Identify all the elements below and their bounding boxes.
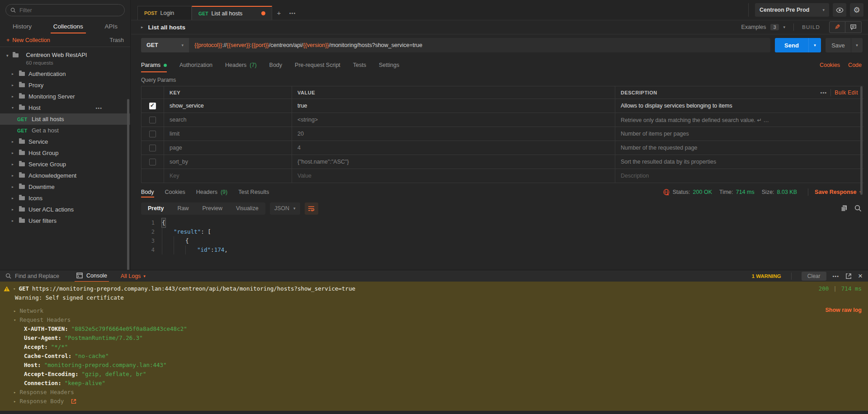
sidebar-folder-user-filters[interactable]: ▸User filters [0,215,130,226]
method-selector[interactable]: GET ▾ [141,38,189,52]
chevron-down-icon[interactable]: ▾ [14,315,16,325]
show-raw-log-link[interactable]: Show raw log [825,307,862,313]
close-console-icon[interactable]: × [858,272,863,280]
table-options-icon[interactable]: ••• [821,90,827,95]
response-format-selector[interactable]: JSON ▾ [270,202,300,215]
console-section-request-headers[interactable]: ▾Request Headers [0,315,868,325]
save-options-button[interactable]: ▾ [851,38,863,52]
sidebar-folder-service-group[interactable]: ▸Service Group [0,159,130,170]
chevron-right-icon[interactable]: ▸ [12,94,19,99]
collapse-request-icon[interactable]: ▸ [141,25,143,29]
param-description-cell[interactable]: Sort the resulted data by its properties [615,155,863,169]
console-section-response-body[interactable]: ▸Response Body [0,397,868,406]
chevron-down-icon[interactable]: ▾ [12,106,19,110]
checkbox-checked[interactable] [149,103,156,109]
chevron-right-icon[interactable]: ▸ [14,397,16,406]
view-tab-preview[interactable]: Preview [195,202,229,215]
sidebar-tab-collections[interactable]: Collections [52,20,84,33]
collection-root[interactable]: ▾ Centreon Web RestAPI 60 requests [0,50,130,68]
bulk-edit-link[interactable]: Bulk Edit [835,89,858,96]
response-tab-body[interactable]: Body [141,185,154,199]
checkbox-unchecked[interactable] [149,159,156,165]
sidebar-folder-acknowledgement[interactable]: ▸Acknowledgement [0,170,130,181]
more-options-icon[interactable]: ••• [95,105,102,111]
new-tab-button[interactable]: + [272,6,286,20]
param-key-cell[interactable]: search [164,113,292,127]
sidebar-folder-user-acl-actions[interactable]: ▸User ACL actions [0,204,130,215]
request-tab-headers[interactable]: Headers(7) [225,56,257,74]
checkbox-unchecked[interactable] [149,117,156,123]
chevron-down-icon[interactable]: ▾ [13,284,15,293]
environment-selector[interactable]: Centreon Pre Prod ▾ [755,3,829,17]
request-tab-tests[interactable]: Tests [353,56,366,74]
param-value-cell[interactable]: {"host.name":"ASC"} [292,155,615,169]
param-description-cell[interactable]: Number of the requested page [615,141,863,155]
trash-button[interactable]: Trash [110,37,124,43]
chevron-right-icon[interactable]: ▸ [12,174,19,178]
send-button[interactable]: Send [775,38,808,52]
console-section-response-headers[interactable]: ▸Response Headers [0,388,868,397]
param-value-cell[interactable]: true [292,99,615,113]
sidebar-request-get-a-host[interactable]: GETGet a host [0,125,130,136]
param-key-cell[interactable]: show_service [164,99,292,113]
chevron-right-icon[interactable]: ▸ [12,83,19,87]
new-collection-button[interactable]: + New Collection [6,37,50,43]
param-description-cell[interactable]: Description [615,169,863,183]
wrap-lines-button[interactable] [305,202,318,215]
checkbox-unchecked[interactable] [149,131,156,137]
environment-quick-look-button[interactable] [833,3,846,17]
param-key-cell[interactable]: sort_by [164,155,292,169]
copy-icon[interactable] [840,205,848,212]
clear-console-button[interactable]: Clear [802,272,826,281]
chevron-right-icon[interactable]: ▸ [12,185,19,189]
param-key-cell[interactable]: page [164,141,292,155]
filter-input[interactable] [19,7,120,14]
param-value-cell[interactable]: 20 [292,127,615,141]
sidebar-folder-host[interactable]: ▾Host••• [0,102,130,113]
sidebar-folder-authentication[interactable]: ▸Authentication [0,68,130,80]
view-tab-pretty[interactable]: Pretty [141,202,170,215]
request-tab-settings[interactable]: Settings [379,56,399,74]
sidebar-folder-icons[interactable]: ▸Icons [0,193,130,204]
request-tab-params[interactable]: Params [141,56,167,74]
open-in-new-icon[interactable] [845,273,852,279]
request-tab-authorization[interactable]: Authorization [179,56,212,74]
send-options-button[interactable]: ▾ [808,38,821,52]
checkbox-unchecked[interactable] [149,145,156,151]
view-tab-raw[interactable]: Raw [170,202,195,215]
save-button[interactable]: Save [826,38,851,52]
find-and-replace-button[interactable]: Find and Replace [5,273,59,279]
cookies-link[interactable]: Cookies [820,62,840,68]
param-description-cell[interactable]: Allows to display services belonging to … [615,99,863,113]
response-tab-headers[interactable]: Headers(9) [196,185,228,199]
code-link[interactable]: Code [848,62,862,68]
sidebar-request-list-all-hosts[interactable]: GETList all hosts [0,113,130,125]
console-section-network[interactable]: ▸Network [0,306,868,315]
chevron-right-icon[interactable]: ▸ [12,151,19,155]
param-key-cell[interactable]: limit [164,127,292,141]
save-response-button[interactable]: Save Response▾ [815,189,862,195]
chevron-right-icon[interactable]: ▸ [14,306,16,315]
sidebar-folder-service[interactable]: ▸Service [0,136,130,147]
settings-button[interactable]: ⚙ [850,3,863,17]
request-tab-body[interactable]: Body [269,56,283,74]
sidebar-folder-downtime[interactable]: ▸Downtime [0,181,130,193]
open-response-body-icon[interactable] [71,399,76,404]
param-key-cell[interactable]: Key [164,169,292,183]
tab-options-icon[interactable]: ••• [286,6,299,20]
search-response-icon[interactable] [854,205,862,212]
response-tab-test-results[interactable]: Test Results [238,185,269,199]
console-tab[interactable]: Console [75,270,109,282]
sidebar-tab-apis[interactable]: APIs [104,20,118,33]
param-description-cell[interactable]: Number of items per pages [615,127,863,141]
chevron-right-icon[interactable]: ▸ [14,388,16,397]
sidebar-folder-proxy[interactable]: ▸Proxy [0,80,130,91]
url-input[interactable]: {{protocol}}://{{server}}:{{port}}/centr… [189,38,428,52]
response-body-viewer[interactable]: 1{2"result": [3{4"id": 174, [131,217,868,270]
param-value-cell[interactable]: Value [292,169,615,183]
log-filter-selector[interactable]: All Logs ▾ [121,273,146,279]
request-tab-pre-request-script[interactable]: Pre-request Script [295,56,340,74]
open-tab-list-all-hosts[interactable]: GETList all hosts [192,6,272,20]
chevron-right-icon[interactable]: ▸ [12,207,19,212]
console-options-icon[interactable]: ••• [833,273,840,279]
